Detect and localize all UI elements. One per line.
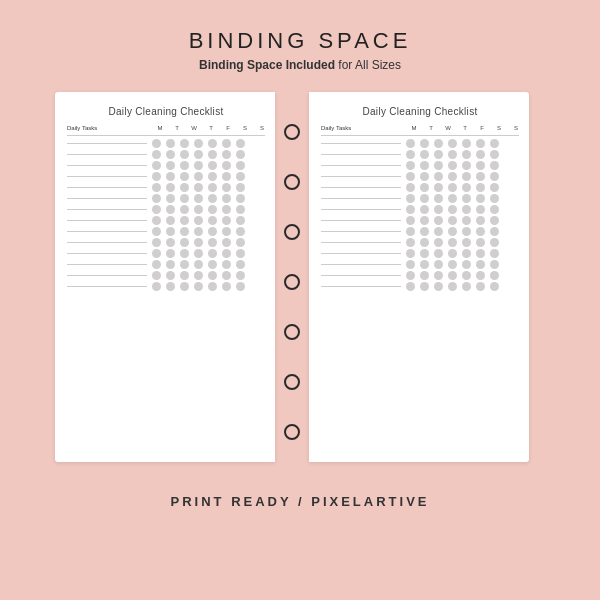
checkbox-dot[interactable] — [166, 227, 175, 236]
checkbox-dot[interactable] — [448, 150, 457, 159]
checkbox-dot[interactable] — [152, 249, 161, 258]
checkbox-dot[interactable] — [490, 282, 499, 291]
checkbox-dot[interactable] — [420, 249, 429, 258]
checkbox-dot[interactable] — [180, 282, 189, 291]
checkbox-dot[interactable] — [194, 161, 203, 170]
checkbox-dot[interactable] — [490, 139, 499, 148]
checkbox-dot[interactable] — [194, 249, 203, 258]
checkbox-dot[interactable] — [406, 150, 415, 159]
checkbox-dot[interactable] — [420, 139, 429, 148]
checkbox-dot[interactable] — [490, 249, 499, 258]
checkbox-dot[interactable] — [166, 150, 175, 159]
checkbox-dot[interactable] — [406, 282, 415, 291]
checkbox-dot[interactable] — [236, 260, 245, 269]
checkbox-dot[interactable] — [236, 161, 245, 170]
checkbox-dot[interactable] — [208, 216, 217, 225]
checkbox-dot[interactable] — [490, 172, 499, 181]
checkbox-dot[interactable] — [152, 260, 161, 269]
checkbox-dot[interactable] — [194, 150, 203, 159]
checkbox-dot[interactable] — [462, 161, 471, 170]
checkbox-dot[interactable] — [166, 183, 175, 192]
checkbox-dot[interactable] — [406, 161, 415, 170]
checkbox-dot[interactable] — [180, 216, 189, 225]
checkbox-dot[interactable] — [222, 161, 231, 170]
checkbox-dot[interactable] — [420, 238, 429, 247]
checkbox-dot[interactable] — [476, 139, 485, 148]
checkbox-dot[interactable] — [490, 238, 499, 247]
checkbox-dot[interactable] — [406, 238, 415, 247]
checkbox-dot[interactable] — [448, 238, 457, 247]
checkbox-dot[interactable] — [448, 139, 457, 148]
checkbox-dot[interactable] — [152, 150, 161, 159]
checkbox-dot[interactable] — [434, 150, 443, 159]
checkbox-dot[interactable] — [222, 271, 231, 280]
checkbox-dot[interactable] — [476, 216, 485, 225]
checkbox-dot[interactable] — [462, 216, 471, 225]
checkbox-dot[interactable] — [236, 139, 245, 148]
checkbox-dot[interactable] — [434, 161, 443, 170]
checkbox-dot[interactable] — [166, 260, 175, 269]
checkbox-dot[interactable] — [180, 271, 189, 280]
checkbox-dot[interactable] — [420, 161, 429, 170]
checkbox-dot[interactable] — [476, 172, 485, 181]
checkbox-dot[interactable] — [462, 271, 471, 280]
checkbox-dot[interactable] — [166, 249, 175, 258]
checkbox-dot[interactable] — [434, 271, 443, 280]
checkbox-dot[interactable] — [180, 227, 189, 236]
checkbox-dot[interactable] — [194, 282, 203, 291]
checkbox-dot[interactable] — [406, 249, 415, 258]
checkbox-dot[interactable] — [434, 249, 443, 258]
checkbox-dot[interactable] — [490, 216, 499, 225]
checkbox-dot[interactable] — [166, 205, 175, 214]
checkbox-dot[interactable] — [476, 249, 485, 258]
checkbox-dot[interactable] — [222, 150, 231, 159]
checkbox-dot[interactable] — [180, 183, 189, 192]
checkbox-dot[interactable] — [222, 249, 231, 258]
checkbox-dot[interactable] — [476, 271, 485, 280]
checkbox-dot[interactable] — [490, 227, 499, 236]
checkbox-dot[interactable] — [208, 161, 217, 170]
checkbox-dot[interactable] — [448, 161, 457, 170]
checkbox-dot[interactable] — [434, 183, 443, 192]
checkbox-dot[interactable] — [236, 282, 245, 291]
checkbox-dot[interactable] — [166, 161, 175, 170]
checkbox-dot[interactable] — [406, 271, 415, 280]
checkbox-dot[interactable] — [448, 194, 457, 203]
checkbox-dot[interactable] — [208, 271, 217, 280]
checkbox-dot[interactable] — [194, 139, 203, 148]
checkbox-dot[interactable] — [152, 227, 161, 236]
checkbox-dot[interactable] — [236, 249, 245, 258]
checkbox-dot[interactable] — [180, 161, 189, 170]
checkbox-dot[interactable] — [194, 205, 203, 214]
checkbox-dot[interactable] — [420, 205, 429, 214]
checkbox-dot[interactable] — [180, 238, 189, 247]
checkbox-dot[interactable] — [236, 238, 245, 247]
checkbox-dot[interactable] — [180, 172, 189, 181]
checkbox-dot[interactable] — [222, 205, 231, 214]
checkbox-dot[interactable] — [434, 216, 443, 225]
checkbox-dot[interactable] — [490, 161, 499, 170]
checkbox-dot[interactable] — [194, 271, 203, 280]
checkbox-dot[interactable] — [476, 194, 485, 203]
checkbox-dot[interactable] — [194, 194, 203, 203]
checkbox-dot[interactable] — [490, 205, 499, 214]
checkbox-dot[interactable] — [180, 194, 189, 203]
checkbox-dot[interactable] — [462, 249, 471, 258]
checkbox-dot[interactable] — [222, 216, 231, 225]
checkbox-dot[interactable] — [490, 183, 499, 192]
checkbox-dot[interactable] — [406, 183, 415, 192]
checkbox-dot[interactable] — [222, 183, 231, 192]
checkbox-dot[interactable] — [152, 172, 161, 181]
checkbox-dot[interactable] — [462, 194, 471, 203]
checkbox-dot[interactable] — [420, 194, 429, 203]
checkbox-dot[interactable] — [406, 216, 415, 225]
checkbox-dot[interactable] — [476, 260, 485, 269]
checkbox-dot[interactable] — [180, 249, 189, 258]
checkbox-dot[interactable] — [420, 271, 429, 280]
checkbox-dot[interactable] — [462, 172, 471, 181]
checkbox-dot[interactable] — [236, 271, 245, 280]
checkbox-dot[interactable] — [420, 260, 429, 269]
checkbox-dot[interactable] — [180, 260, 189, 269]
checkbox-dot[interactable] — [448, 205, 457, 214]
checkbox-dot[interactable] — [434, 172, 443, 181]
